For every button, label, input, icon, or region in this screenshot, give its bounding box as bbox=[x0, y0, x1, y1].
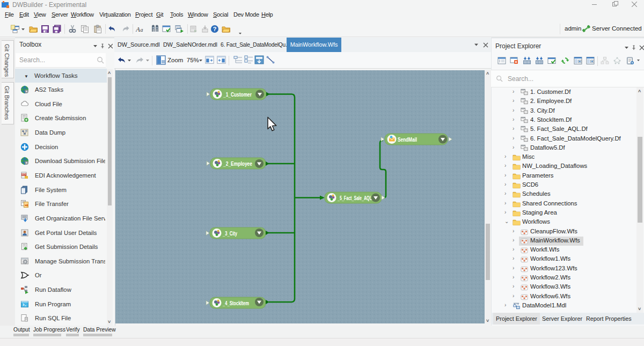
svg-text:a: a bbox=[141, 27, 143, 33]
svg-text:?: ? bbox=[213, 26, 217, 32]
svg-text:_4_StockItem: _4_StockItem bbox=[222, 300, 249, 306]
svg-text:_5_Fact_Sale_AQL: _5_Fact_Sale_AQL bbox=[337, 195, 372, 201]
svg-text:_3_City: _3_City bbox=[222, 231, 237, 237]
svg-text:_2_Employee: _2_Employee bbox=[223, 161, 252, 167]
svg-text:_1_Customer: _1_Customer bbox=[223, 92, 252, 98]
svg-text:A: A bbox=[136, 25, 140, 33]
svg-text:EDI: EDI bbox=[22, 173, 26, 176]
svg-text:SendMail: SendMail bbox=[398, 137, 417, 143]
